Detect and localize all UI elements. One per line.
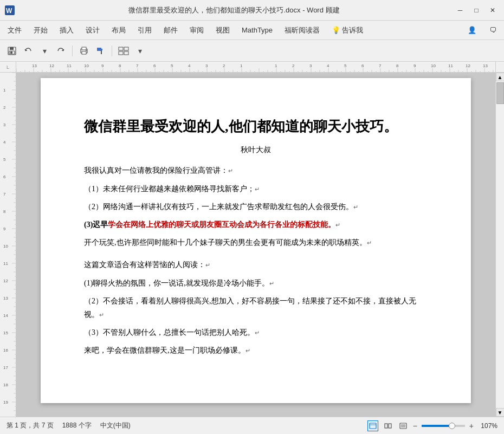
svg-rect-21: [389, 424, 391, 428]
menu-foxit[interactable]: 福昕阅读器: [279, 23, 325, 37]
paragraph-6: 这篇文章适合有这样苦恼的人阅读：↵: [84, 258, 428, 271]
scroll-down-button[interactable]: ▼: [496, 408, 505, 417]
paragraph-2: （1）未来任何行业都越来越依赖网络寻找新客户；↵: [84, 182, 428, 196]
paragraph-9: （3）不管别人聊什么，总擅长一句话把别人哈死。↵: [84, 326, 428, 339]
toolbar: ▾: [0, 40, 504, 62]
main-area: 微信群里最受欢迎的人,他们都知道的聊天小技巧。 秋叶大叔 我很认真对一位请教我的…: [0, 73, 504, 417]
document-area[interactable]: 微信群里最受欢迎的人,他们都知道的聊天小技巧。 秋叶大叔 我很认真对一位请教我的…: [16, 73, 495, 417]
lightbulb-icon: 💡: [332, 26, 340, 34]
word-count: 1888 个字: [62, 421, 92, 430]
document-title: 微信群里最受欢迎的人,他们都知道的聊天小技巧。: [84, 117, 428, 137]
svg-rect-13: [119, 47, 123, 50]
status-bar: 第 1 页，共 7 页 1888 个字 中文(中国) −: [0, 417, 504, 434]
toolbar-group-view: ▾: [116, 43, 147, 59]
menu-view[interactable]: 视图: [210, 23, 235, 37]
paragraph-10: 来吧，学会在微信群聊天,这是一门职场必修课。↵: [84, 344, 428, 357]
window-controls: ─ □ ✕: [453, 4, 500, 16]
zoom-thumb[interactable]: [449, 423, 455, 429]
spacer: [84, 254, 428, 258]
svg-rect-11: [100, 49, 102, 50]
word-app-icon: W: [4, 5, 15, 16]
menu-design[interactable]: 设计: [80, 23, 105, 37]
maximize-button[interactable]: □: [469, 4, 483, 16]
ruler-right-spacer: [495, 62, 504, 72]
svg-rect-16: [124, 51, 128, 55]
redo-button[interactable]: [53, 43, 68, 59]
toolbar-sep-1: [72, 46, 73, 56]
scroll-up-button[interactable]: ▲: [496, 73, 505, 81]
zoom-slider[interactable]: [422, 425, 465, 427]
print-preview-button[interactable]: [76, 43, 92, 59]
status-right: − + 107%: [367, 420, 497, 431]
zoom-level[interactable]: 107%: [478, 422, 497, 430]
svg-rect-14: [124, 47, 128, 50]
p4-highlight: 学会在网络上优雅的聊天或朋友圈互动会成为各行各业的标配技能。: [108, 221, 335, 229]
ruler-area: L /* ruler rendered below */: [0, 62, 504, 73]
menu-file[interactable]: 文件: [2, 23, 27, 37]
menu-home[interactable]: 开始: [28, 23, 53, 37]
paragraph-7: (1)聊得火热的氛围，你一说话,就发现你是冷场小能手。↵: [84, 276, 428, 290]
zoom-plus-button[interactable]: +: [469, 422, 474, 430]
svg-rect-8: [82, 51, 86, 54]
svg-rect-5: [10, 51, 12, 54]
language: 中文(中国): [100, 421, 131, 430]
toolbar-more[interactable]: ▾: [132, 43, 147, 59]
p4-normal-start: (3)迟早: [84, 221, 108, 229]
page-info: 第 1 页，共 7 页: [7, 421, 54, 430]
menu-insert[interactable]: 插入: [54, 23, 79, 37]
svg-rect-7: [82, 47, 86, 50]
undo-button[interactable]: [21, 43, 36, 59]
web-layout-button[interactable]: [398, 420, 409, 431]
horizontal-ruler: /* ruler rendered below */: [16, 62, 495, 72]
toolbar-sep-2: [112, 46, 112, 56]
zoom-minus-button[interactable]: −: [413, 422, 417, 430]
menu-references[interactable]: 引用: [132, 23, 157, 37]
svg-rect-20: [385, 424, 387, 428]
title-bar: W 微信群里最受欢迎的人，他们都知道的聊天小技巧.docx - Word 顾建 …: [0, 0, 504, 21]
ruler-corner: L: [0, 62, 16, 72]
svg-rect-3: [10, 47, 14, 50]
close-button[interactable]: ✕: [486, 4, 500, 16]
view-mode-button[interactable]: [116, 43, 131, 59]
toolbar-group-file: ▾: [4, 43, 68, 59]
paragraph-3: （2）网络沟通一样讲礼仪有技巧，一上来就发广告求帮助发红包的人会很受伤。↵: [84, 200, 428, 213]
menu-comments[interactable]: 🗨: [484, 24, 502, 36]
minimize-button[interactable]: ─: [453, 4, 467, 16]
title-left-icons: W: [4, 5, 15, 16]
paragraph-8: （2）不会接话，看着别人聊得很高兴,想加入，好不容易接一句，结果接了还不如不接，…: [84, 294, 428, 321]
menu-bar: 文件 开始 插入 设计 布局 引用 邮件 审阅 视图 MathType 福昕阅读…: [0, 21, 504, 40]
scroll-thumb[interactable]: [496, 82, 504, 104]
svg-rect-18: [370, 423, 376, 429]
document-page: 微信群里最受欢迎的人,他们都知道的聊天小技巧。 秋叶大叔 我很认真对一位请教我的…: [41, 78, 471, 403]
toolbar-group-print: [76, 43, 108, 59]
paragraph-5: 开个玩笑,也许那些同时能和十几个妹子聊天的男生会更有可能成为未来的职场精英。↵: [84, 236, 428, 249]
menu-mathtype[interactable]: MathType: [236, 24, 278, 36]
window-title: 微信群里最受欢迎的人，他们都知道的聊天小技巧.docx - Word 顾建: [15, 5, 453, 15]
paragraph-4: (3)迟早学会在网络上优雅的聊天或朋友圈互动会成为各行各业的标配技能。↵: [84, 218, 428, 231]
menu-tell-me[interactable]: 💡 告诉我: [326, 23, 369, 37]
menu-review[interactable]: 审阅: [184, 23, 209, 37]
vertical-ruler: [0, 73, 16, 417]
document-subtitle: 秋叶大叔: [84, 145, 428, 155]
vertical-scrollbar[interactable]: ▲ ▼: [495, 73, 504, 417]
menu-layout[interactable]: 布局: [106, 23, 131, 37]
print-layout-button[interactable]: [367, 420, 378, 431]
svg-point-9: [86, 50, 87, 51]
menu-mail[interactable]: 邮件: [158, 23, 183, 37]
save-button[interactable]: [4, 43, 20, 59]
paragraph-1: 我很认真对一位请教我的保险行业高管讲：↵: [84, 164, 428, 177]
undo-dropdown[interactable]: ▾: [37, 43, 52, 59]
format-painter-button[interactable]: [93, 43, 108, 59]
scroll-track[interactable]: [496, 81, 505, 408]
svg-text:W: W: [6, 7, 12, 15]
menu-user[interactable]: 👤: [462, 24, 482, 36]
read-mode-button[interactable]: [383, 420, 393, 431]
svg-rect-15: [119, 51, 123, 55]
